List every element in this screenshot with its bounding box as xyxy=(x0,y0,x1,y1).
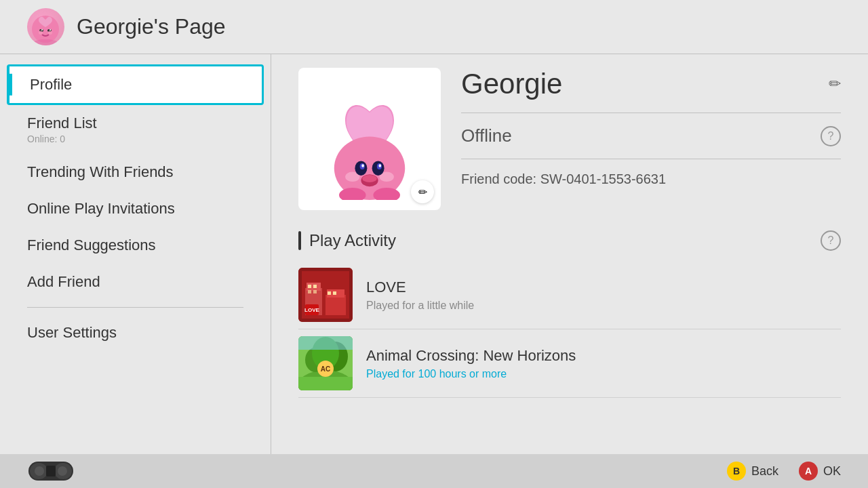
svg-point-1 xyxy=(33,39,58,45)
game-item-acnh[interactable]: AC Animal Crossing: New Horizons Played … xyxy=(298,329,841,398)
play-activity-title: Play Activity xyxy=(298,231,396,250)
game-item-love[interactable]: LOVE LOVE Played for a little while xyxy=(298,261,841,329)
svg-rect-30 xyxy=(313,290,317,293)
footer: B Back A OK xyxy=(0,454,868,488)
svg-point-48 xyxy=(58,466,67,476)
ok-button[interactable]: A OK xyxy=(799,462,841,481)
profile-top: ✏ Georgie ✏ Offline ? Frie xyxy=(298,68,841,210)
sidebar-item-add-friend[interactable]: Add Friend xyxy=(0,264,271,300)
svg-point-18 xyxy=(379,164,382,167)
play-activity-header: Play Activity ? xyxy=(298,230,841,251)
profile-status-row: Offline ? xyxy=(461,125,841,159)
svg-point-47 xyxy=(35,466,44,476)
footer-buttons: B Back A OK xyxy=(727,462,841,481)
svg-point-5 xyxy=(50,29,51,30)
question-icon: ? xyxy=(828,235,834,247)
header-avatar xyxy=(27,8,64,45)
profile-avatar-box: ✏ xyxy=(298,68,441,210)
sidebar-item-friend-suggestions[interactable]: Friend Suggestions xyxy=(0,227,271,264)
sidebar-item-friend-list[interactable]: Friend List Online: 0 xyxy=(0,105,271,154)
game-title-acnh: Animal Crossing: New Horizons xyxy=(366,347,576,365)
svg-rect-40 xyxy=(298,336,353,350)
game-playtime-acnh: Played for 100 hours or more xyxy=(366,368,576,380)
main-layout: Profile Friend List Online: 0 Trending W… xyxy=(0,54,868,454)
svg-rect-41 xyxy=(298,377,353,390)
status-help-icon[interactable]: ? xyxy=(821,126,841,146)
svg-rect-29 xyxy=(308,290,311,293)
a-button: A xyxy=(799,462,818,481)
pencil-icon: ✏ xyxy=(829,75,841,92)
content-area: ✏ Georgie ✏ Offline ? Frie xyxy=(271,54,868,454)
friend-code-label: Friend code: xyxy=(461,171,536,186)
svg-point-7 xyxy=(48,30,52,35)
question-icon: ? xyxy=(828,130,834,142)
sidebar-item-user-settings[interactable]: User Settings xyxy=(0,314,271,351)
sidebar: Profile Friend List Online: 0 Trending W… xyxy=(0,54,271,454)
edit-avatar-button[interactable]: ✏ xyxy=(411,180,434,203)
game-playtime-love: Played for a little while xyxy=(366,300,474,312)
kirby-avatar xyxy=(309,78,431,200)
activity-help-icon[interactable]: ? xyxy=(821,230,841,251)
header: Georgie's Page xyxy=(0,0,868,54)
profile-name-row: Georgie ✏ xyxy=(461,68,841,113)
sidebar-item-profile[interactable]: Profile xyxy=(7,64,264,105)
svg-rect-32 xyxy=(333,291,336,295)
page-title: Georgie's Page xyxy=(77,14,226,39)
game-title-love: LOVE xyxy=(366,279,474,296)
svg-text:AC: AC xyxy=(321,365,330,373)
friend-code: Friend code: SW-0401-1553-6631 xyxy=(461,171,841,187)
svg-point-17 xyxy=(361,164,364,167)
back-button[interactable]: B Back xyxy=(727,462,778,481)
pencil-icon: ✏ xyxy=(418,186,427,199)
profile-username: Georgie xyxy=(461,68,562,100)
game-info-acnh: Animal Crossing: New Horizons Played for… xyxy=(366,347,576,380)
game-info-love: LOVE Played for a little while xyxy=(366,279,474,312)
footer-controller xyxy=(27,459,75,483)
svg-rect-49 xyxy=(46,466,56,476)
friend-code-value: SW-0401-1553-6631 xyxy=(540,171,666,186)
edit-name-button[interactable]: ✏ xyxy=(829,75,841,93)
profile-info: Georgie ✏ Offline ? Friend code: SW-0401… xyxy=(461,68,841,187)
ok-label: OK xyxy=(823,464,841,479)
profile-status: Offline xyxy=(461,125,512,146)
b-button: B xyxy=(727,462,746,481)
controller-icon xyxy=(27,459,75,483)
sidebar-divider xyxy=(27,307,243,308)
play-activity-section: Play Activity ? xyxy=(298,230,841,398)
sidebar-item-trending[interactable]: Trending With Friends xyxy=(0,154,271,190)
svg-rect-28 xyxy=(313,285,317,288)
sidebar-item-online-invitations[interactable]: Online Play Invitations xyxy=(0,190,271,227)
game-thumb-love: LOVE xyxy=(298,268,353,322)
svg-rect-25 xyxy=(326,295,346,315)
back-label: Back xyxy=(751,464,778,479)
svg-point-4 xyxy=(41,29,43,30)
svg-rect-27 xyxy=(308,285,311,288)
svg-point-6 xyxy=(39,30,43,35)
svg-text:LOVE: LOVE xyxy=(304,307,319,313)
svg-point-20 xyxy=(362,175,377,182)
game-thumb-acnh: AC xyxy=(298,336,353,390)
svg-rect-31 xyxy=(328,291,331,295)
